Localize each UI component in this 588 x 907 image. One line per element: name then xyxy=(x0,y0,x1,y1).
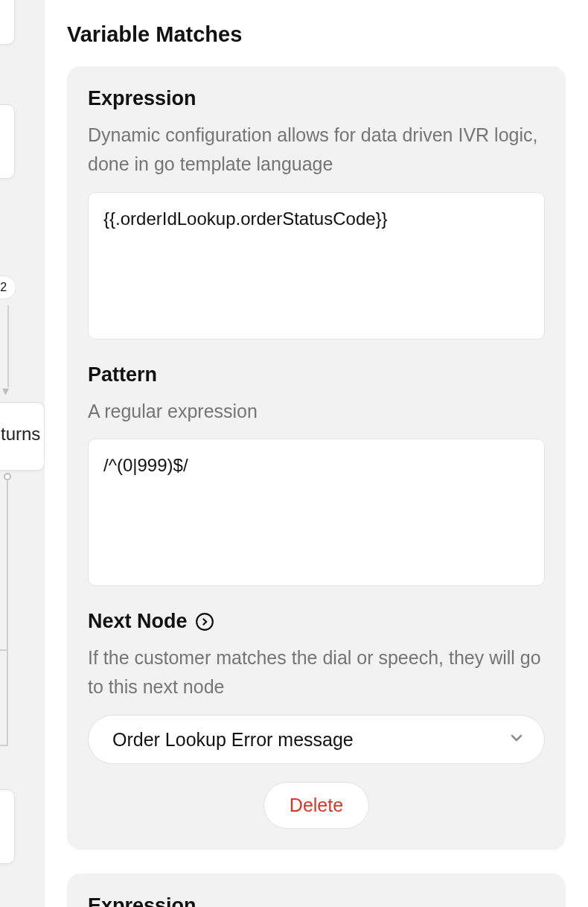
arrow-down-icon: ▾ xyxy=(2,384,9,398)
variable-match-card: Expression Dynamic configuration allows … xyxy=(67,66,566,850)
next-node-label-text: Next Node xyxy=(88,610,188,633)
canvas-node-ghost-top[interactable] xyxy=(0,0,15,45)
canvas-node-turns[interactable]: turns S xyxy=(0,402,45,471)
section-title-variable-matches: Variable Matches xyxy=(67,22,566,47)
pattern-input[interactable] xyxy=(88,439,545,586)
next-node-label: Next Node xyxy=(88,610,545,633)
expression-input[interactable] xyxy=(88,192,545,340)
next-node-help-text: If the customer matches the dial or spee… xyxy=(88,643,545,701)
canvas-connector-5 xyxy=(7,649,8,746)
canvas-node-ghost-bottom[interactable] xyxy=(0,789,15,864)
node-editor-panel: Variable Matches Expression Dynamic conf… xyxy=(45,0,588,907)
variable-match-card-2: Expression xyxy=(67,873,566,907)
canvas-node-label: turns S xyxy=(1,424,45,444)
canvas-connector-6h xyxy=(0,745,7,746)
flow-canvas-background: ess 2 ▾ turns S xyxy=(0,0,45,907)
canvas-connector-2 xyxy=(7,305,9,387)
expression-label-2: Expression xyxy=(88,894,545,907)
canvas-option-pill[interactable]: ess 2 xyxy=(0,276,16,299)
canvas-connector-3 xyxy=(7,480,8,652)
chevron-right-circle-icon[interactable] xyxy=(195,612,214,631)
pattern-help-text: A regular expression xyxy=(88,397,545,426)
canvas-node-ghost-2[interactable] xyxy=(0,104,15,179)
canvas-port-dot[interactable] xyxy=(4,473,11,480)
pattern-label: Pattern xyxy=(88,363,545,386)
next-node-select[interactable]: Order Lookup Error message xyxy=(88,715,545,764)
next-node-select-wrap: Order Lookup Error message xyxy=(88,715,545,764)
delete-button[interactable]: Delete xyxy=(263,782,369,829)
svg-point-0 xyxy=(196,614,213,630)
expression-help-text: Dynamic configuration allows for data dr… xyxy=(88,121,545,179)
canvas-pill-label: ess 2 xyxy=(0,281,7,293)
expression-label: Expression xyxy=(88,87,545,110)
